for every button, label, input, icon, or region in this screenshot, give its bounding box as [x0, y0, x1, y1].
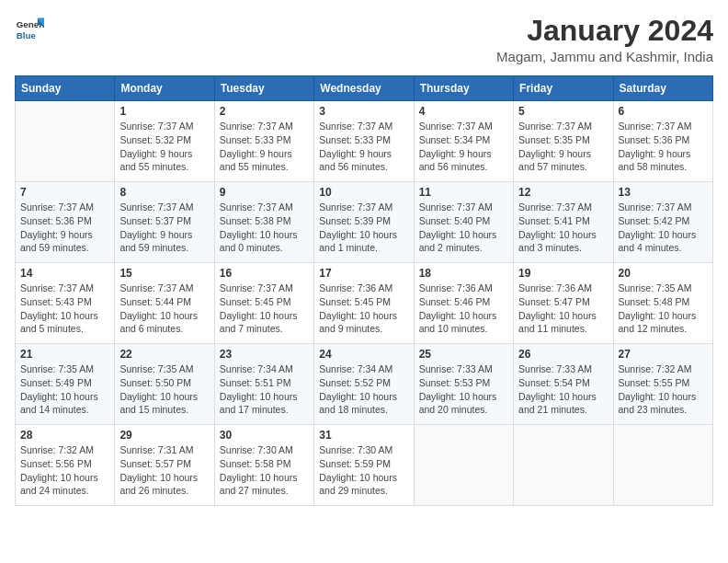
calendar-cell: 26Sunrise: 7:33 AM Sunset: 5:54 PM Dayli…: [514, 344, 613, 425]
day-number: 26: [518, 348, 608, 361]
weekday-header-monday: Monday: [115, 76, 214, 101]
day-info: Sunrise: 7:37 AM Sunset: 5:36 PM Dayligh…: [619, 120, 708, 174]
calendar-cell: 25Sunrise: 7:33 AM Sunset: 5:53 PM Dayli…: [414, 344, 513, 425]
calendar-cell: 17Sunrise: 7:36 AM Sunset: 5:45 PM Dayli…: [314, 263, 414, 344]
day-number: 6: [619, 105, 708, 118]
day-number: 4: [419, 105, 508, 118]
calendar-cell: 22Sunrise: 7:35 AM Sunset: 5:50 PM Dayli…: [115, 344, 214, 425]
calendar-cell: 23Sunrise: 7:34 AM Sunset: 5:51 PM Dayli…: [214, 344, 313, 425]
day-number: 29: [119, 429, 209, 442]
day-number: 14: [20, 267, 109, 280]
day-info: Sunrise: 7:34 AM Sunset: 5:51 PM Dayligh…: [220, 362, 309, 417]
weekday-header-saturday: Saturday: [613, 76, 712, 101]
calendar-week-4: 21Sunrise: 7:35 AM Sunset: 5:49 PM Dayli…: [16, 344, 713, 425]
day-number: 30: [220, 429, 309, 442]
day-info: Sunrise: 7:37 AM Sunset: 5:44 PM Dayligh…: [119, 282, 209, 336]
day-info: Sunrise: 7:32 AM Sunset: 5:56 PM Dayligh…: [20, 443, 109, 498]
day-info: Sunrise: 7:35 AM Sunset: 5:50 PM Dayligh…: [119, 362, 209, 417]
day-info: Sunrise: 7:32 AM Sunset: 5:55 PM Dayligh…: [619, 362, 708, 417]
day-number: 12: [518, 186, 608, 199]
calendar-cell: 20Sunrise: 7:35 AM Sunset: 5:48 PM Dayli…: [613, 263, 712, 344]
calendar-cell: 27Sunrise: 7:32 AM Sunset: 5:55 PM Dayli…: [613, 344, 712, 425]
weekday-header-row: SundayMondayTuesdayWednesdayThursdayFrid…: [16, 76, 713, 101]
day-number: 28: [20, 429, 109, 442]
day-number: 31: [319, 429, 408, 442]
page-header: General Blue January 2024 Magam, Jammu a…: [15, 15, 713, 64]
day-info: Sunrise: 7:34 AM Sunset: 5:52 PM Dayligh…: [319, 362, 408, 417]
calendar-week-2: 7Sunrise: 7:37 AM Sunset: 5:36 PM Daylig…: [16, 182, 713, 263]
weekday-header-tuesday: Tuesday: [214, 76, 313, 101]
day-info: Sunrise: 7:37 AM Sunset: 5:36 PM Dayligh…: [20, 201, 109, 255]
calendar-week-5: 28Sunrise: 7:32 AM Sunset: 5:56 PM Dayli…: [16, 425, 713, 506]
calendar-cell: 19Sunrise: 7:36 AM Sunset: 5:47 PM Dayli…: [514, 263, 613, 344]
day-info: Sunrise: 7:37 AM Sunset: 5:37 PM Dayligh…: [119, 201, 209, 255]
calendar-title: January 2024: [496, 15, 713, 47]
day-info: Sunrise: 7:37 AM Sunset: 5:45 PM Dayligh…: [220, 282, 309, 336]
day-number: 21: [20, 348, 109, 361]
day-number: 5: [518, 105, 608, 118]
day-number: 7: [20, 186, 109, 199]
calendar-cell: 16Sunrise: 7:37 AM Sunset: 5:45 PM Dayli…: [214, 263, 313, 344]
calendar-cell: 12Sunrise: 7:37 AM Sunset: 5:41 PM Dayli…: [514, 182, 613, 263]
day-number: 27: [619, 348, 708, 361]
day-number: 24: [319, 348, 408, 361]
day-number: 3: [319, 105, 408, 118]
day-number: 17: [319, 267, 408, 280]
calendar-cell: 1Sunrise: 7:37 AM Sunset: 5:32 PM Daylig…: [115, 101, 214, 182]
calendar-cell: 7Sunrise: 7:37 AM Sunset: 5:36 PM Daylig…: [16, 182, 115, 263]
day-number: 19: [518, 267, 608, 280]
calendar-cell: 15Sunrise: 7:37 AM Sunset: 5:44 PM Dayli…: [115, 263, 214, 344]
day-info: Sunrise: 7:35 AM Sunset: 5:49 PM Dayligh…: [20, 362, 109, 417]
title-block: January 2024 Magam, Jammu and Kashmir, I…: [496, 15, 713, 64]
calendar-cell: 3Sunrise: 7:37 AM Sunset: 5:33 PM Daylig…: [314, 101, 414, 182]
calendar-cell: 5Sunrise: 7:37 AM Sunset: 5:35 PM Daylig…: [514, 101, 613, 182]
day-info: Sunrise: 7:35 AM Sunset: 5:48 PM Dayligh…: [619, 282, 708, 336]
calendar-cell: [514, 425, 613, 506]
day-info: Sunrise: 7:31 AM Sunset: 5:57 PM Dayligh…: [119, 443, 209, 498]
logo-icon: General Blue: [15, 15, 44, 44]
day-info: Sunrise: 7:37 AM Sunset: 5:39 PM Dayligh…: [319, 201, 408, 255]
day-number: 23: [220, 348, 309, 361]
calendar-cell: 18Sunrise: 7:36 AM Sunset: 5:46 PM Dayli…: [414, 263, 513, 344]
day-info: Sunrise: 7:36 AM Sunset: 5:47 PM Dayligh…: [518, 282, 608, 336]
calendar-cell: 8Sunrise: 7:37 AM Sunset: 5:37 PM Daylig…: [115, 182, 214, 263]
day-info: Sunrise: 7:37 AM Sunset: 5:42 PM Dayligh…: [619, 201, 708, 255]
day-number: 16: [220, 267, 309, 280]
weekday-header-friday: Friday: [514, 76, 613, 101]
calendar-cell: 10Sunrise: 7:37 AM Sunset: 5:39 PM Dayli…: [314, 182, 414, 263]
day-info: Sunrise: 7:30 AM Sunset: 5:59 PM Dayligh…: [319, 443, 408, 498]
calendar-cell: 4Sunrise: 7:37 AM Sunset: 5:34 PM Daylig…: [414, 101, 513, 182]
calendar-cell: 31Sunrise: 7:30 AM Sunset: 5:59 PM Dayli…: [314, 425, 414, 506]
day-number: 11: [419, 186, 508, 199]
calendar-week-1: 1Sunrise: 7:37 AM Sunset: 5:32 PM Daylig…: [16, 101, 713, 182]
calendar-cell: 9Sunrise: 7:37 AM Sunset: 5:38 PM Daylig…: [214, 182, 313, 263]
calendar-cell: [414, 425, 513, 506]
calendar-cell: [613, 425, 712, 506]
day-number: 22: [119, 348, 209, 361]
day-info: Sunrise: 7:37 AM Sunset: 5:33 PM Dayligh…: [319, 120, 408, 174]
day-info: Sunrise: 7:30 AM Sunset: 5:58 PM Dayligh…: [220, 443, 309, 498]
day-number: 18: [419, 267, 508, 280]
day-number: 1: [119, 105, 209, 118]
day-info: Sunrise: 7:37 AM Sunset: 5:32 PM Dayligh…: [119, 120, 209, 174]
day-info: Sunrise: 7:37 AM Sunset: 5:33 PM Dayligh…: [220, 120, 309, 174]
day-number: 20: [619, 267, 708, 280]
calendar-week-3: 14Sunrise: 7:37 AM Sunset: 5:43 PM Dayli…: [16, 263, 713, 344]
day-number: 15: [119, 267, 209, 280]
day-info: Sunrise: 7:33 AM Sunset: 5:54 PM Dayligh…: [518, 362, 608, 417]
day-info: Sunrise: 7:33 AM Sunset: 5:53 PM Dayligh…: [419, 362, 508, 417]
calendar-cell: 29Sunrise: 7:31 AM Sunset: 5:57 PM Dayli…: [115, 425, 214, 506]
day-info: Sunrise: 7:36 AM Sunset: 5:45 PM Dayligh…: [319, 282, 408, 336]
day-info: Sunrise: 7:37 AM Sunset: 5:35 PM Dayligh…: [518, 120, 608, 174]
weekday-header-sunday: Sunday: [16, 76, 115, 101]
day-number: 9: [220, 186, 309, 199]
calendar-cell: 30Sunrise: 7:30 AM Sunset: 5:58 PM Dayli…: [214, 425, 313, 506]
calendar-cell: 14Sunrise: 7:37 AM Sunset: 5:43 PM Dayli…: [16, 263, 115, 344]
day-number: 10: [319, 186, 408, 199]
day-number: 2: [220, 105, 309, 118]
day-info: Sunrise: 7:37 AM Sunset: 5:43 PM Dayligh…: [20, 282, 109, 336]
calendar-cell: 21Sunrise: 7:35 AM Sunset: 5:49 PM Dayli…: [16, 344, 115, 425]
day-info: Sunrise: 7:37 AM Sunset: 5:34 PM Dayligh…: [419, 120, 508, 174]
calendar-cell: 28Sunrise: 7:32 AM Sunset: 5:56 PM Dayli…: [16, 425, 115, 506]
day-number: 25: [419, 348, 508, 361]
